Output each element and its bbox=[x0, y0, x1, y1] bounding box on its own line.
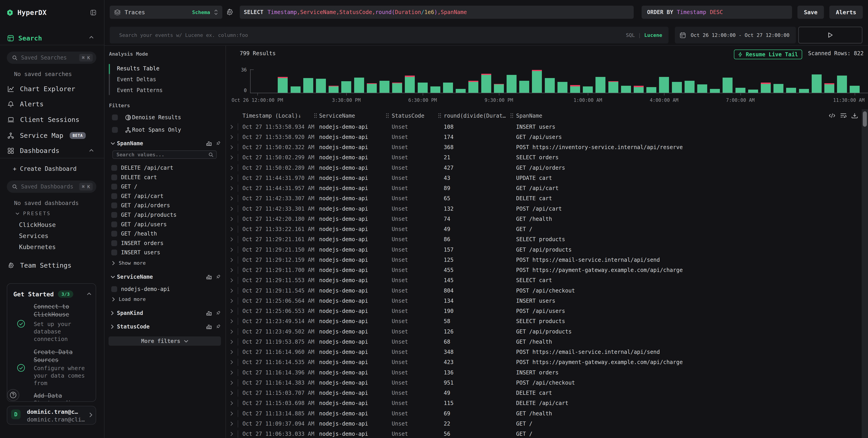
filter-option-spanname[interactable]: INSERT orders bbox=[111, 240, 163, 246]
row-expand-chevron-icon[interactable] bbox=[230, 166, 233, 170]
table-row[interactable]: Oct 27 11:29:21.161 AM nodejs-demo-api U… bbox=[226, 234, 868, 244]
get-started-item-title[interactable]: Add Data bbox=[34, 392, 62, 400]
pin-icon[interactable] bbox=[216, 310, 221, 316]
filter-option-spanname[interactable]: INSERT users bbox=[111, 249, 160, 256]
row-expand-chevron-icon[interactable] bbox=[230, 268, 233, 272]
analysis-mode-option[interactable]: Event Deltas bbox=[117, 76, 156, 83]
table-row[interactable]: Oct 27 11:23:49.502 AM nodejs-demo-api U… bbox=[226, 326, 868, 337]
histogram-bar[interactable] bbox=[443, 83, 453, 93]
row-expand-chevron-icon[interactable] bbox=[230, 186, 233, 191]
table-row[interactable]: Oct 27 11:29:11.545 AM nodejs-demo-api U… bbox=[226, 286, 868, 296]
filter-option-spanname[interactable]: GET /api/cart bbox=[111, 193, 163, 199]
row-expand-chevron-icon[interactable] bbox=[230, 299, 233, 303]
row-expand-chevron-icon[interactable] bbox=[230, 340, 233, 344]
checkbox[interactable] bbox=[111, 212, 117, 218]
vertical-scrollbar[interactable] bbox=[862, 109, 868, 438]
sidebar-item-dashboards[interactable]: Dashboards bbox=[7, 147, 60, 154]
pin-icon[interactable] bbox=[216, 324, 221, 329]
table-row[interactable]: Oct 27 11:42:20.180 AM nodejs-demo-api U… bbox=[226, 214, 868, 224]
checkbox[interactable] bbox=[111, 174, 117, 180]
group-header-servicename[interactable]: ServiceName bbox=[111, 274, 153, 280]
row-expand-chevron-icon[interactable] bbox=[230, 237, 233, 242]
drag-handle-icon[interactable] bbox=[510, 113, 514, 118]
checkbox[interactable] bbox=[111, 286, 117, 292]
row-expand-chevron-icon[interactable] bbox=[230, 309, 233, 313]
histogram-bar[interactable] bbox=[621, 86, 631, 93]
table-row[interactable]: Oct 27 11:29:11.553 AM nodejs-demo-api U… bbox=[226, 275, 868, 286]
histogram-bar[interactable] bbox=[545, 78, 555, 93]
row-expand-chevron-icon[interactable] bbox=[230, 207, 233, 211]
histogram-bar[interactable] bbox=[646, 87, 656, 93]
histogram-bar[interactable] bbox=[481, 74, 491, 93]
filter-option-spanname[interactable]: GET /api/users bbox=[111, 221, 167, 228]
denoise-results-toggle[interactable]: Denoise Results bbox=[112, 114, 181, 121]
checkbox[interactable] bbox=[111, 193, 117, 199]
sidebar-item-client-sessions[interactable]: Client Sessions bbox=[7, 116, 80, 123]
sidebar-item-service-map[interactable]: Service Map BETA bbox=[7, 132, 86, 139]
chevron-up-icon[interactable] bbox=[89, 36, 94, 39]
column-header-servicename[interactable]: ServiceName bbox=[319, 111, 355, 121]
row-expand-chevron-icon[interactable] bbox=[230, 391, 233, 395]
drag-handle-icon[interactable] bbox=[314, 113, 317, 118]
sidebar-collapse-icon[interactable] bbox=[90, 10, 96, 16]
show-more-link[interactable]: Show more bbox=[112, 260, 146, 266]
query-language-toggle[interactable]: SQL|Lucene bbox=[626, 32, 662, 38]
table-row[interactable]: Oct 27 11:29:12.159 AM nodejs-demo-api U… bbox=[226, 255, 868, 265]
group-header-spankind[interactable]: SpanKind bbox=[111, 310, 143, 316]
column-header-duration[interactable]: round(divide(Durat… bbox=[444, 111, 506, 121]
checkbox[interactable] bbox=[112, 115, 118, 120]
column-header-spanname[interactable]: SpanName bbox=[516, 111, 542, 121]
table-row[interactable]: Oct 27 11:16:14.960 AM nodejs-demo-api U… bbox=[226, 347, 868, 357]
histogram-bar[interactable] bbox=[303, 78, 313, 93]
checkbox[interactable] bbox=[111, 231, 117, 237]
histogram-bar[interactable] bbox=[405, 76, 415, 93]
histogram-bar[interactable] bbox=[392, 83, 402, 93]
filter-option-spanname[interactable]: GET / bbox=[111, 183, 137, 190]
table-row[interactable]: Oct 27 11:25:06.553 AM nodejs-demo-api U… bbox=[226, 306, 868, 316]
row-expand-chevron-icon[interactable] bbox=[230, 432, 233, 436]
more-filters-button[interactable]: More filters bbox=[108, 337, 221, 346]
filter-option-spanname[interactable]: GET /health bbox=[111, 231, 157, 237]
row-expand-chevron-icon[interactable] bbox=[230, 360, 233, 364]
chevron-up-icon[interactable] bbox=[89, 149, 94, 152]
checkbox[interactable] bbox=[111, 184, 117, 189]
histogram-bar[interactable] bbox=[659, 77, 669, 93]
get-started-item-title[interactable]: Connect toClickHouse bbox=[34, 303, 69, 319]
presets-toggle[interactable]: PRESETS bbox=[16, 211, 51, 216]
row-expand-chevron-icon[interactable] bbox=[230, 278, 233, 283]
source-settings-gear-icon[interactable] bbox=[226, 8, 234, 16]
row-expand-chevron-icon[interactable] bbox=[230, 411, 233, 416]
row-expand-chevron-icon[interactable] bbox=[230, 145, 233, 150]
table-row[interactable]: Oct 27 11:44:31.970 AM nodejs-demo-api U… bbox=[226, 173, 868, 183]
filter-option-servicename[interactable]: nodejs-demo-api bbox=[111, 286, 170, 292]
histogram-bar[interactable] bbox=[634, 86, 644, 93]
row-expand-chevron-icon[interactable] bbox=[230, 155, 233, 160]
row-expand-chevron-icon[interactable] bbox=[230, 258, 233, 262]
table-row[interactable]: Oct 27 11:16:14.535 AM nodejs-demo-api U… bbox=[226, 357, 868, 368]
table-row[interactable]: Oct 27 11:06:33.033 AM nodejs-demo-api U… bbox=[226, 429, 868, 438]
chart-icon[interactable] bbox=[206, 274, 212, 280]
table-row[interactable]: Oct 27 11:29:21.150 AM nodejs-demo-api U… bbox=[226, 244, 868, 255]
sql-select-input[interactable]: SELECT Timestamp,ServiceName,StatusCode,… bbox=[240, 6, 634, 19]
sidebar-item-chart-explorer[interactable]: Chart Explorer bbox=[7, 85, 75, 93]
table-row[interactable]: Oct 27 11:19:53.875 AM nodejs-demo-api U… bbox=[226, 337, 868, 347]
table-row[interactable]: Oct 27 11:53:58.934 AM nodejs-demo-api U… bbox=[226, 122, 868, 132]
event-search-input[interactable]: Search your events w/ Lucene ex. column:… bbox=[110, 27, 669, 43]
histogram-bar[interactable] bbox=[722, 78, 733, 93]
code-icon[interactable] bbox=[829, 112, 835, 119]
histogram-bar[interactable] bbox=[672, 82, 682, 93]
table-row[interactable]: Oct 27 11:42:33.301 AM nodejs-demo-api U… bbox=[226, 204, 868, 214]
histogram-bar[interactable] bbox=[812, 75, 822, 93]
column-header-statuscode[interactable]: StatusCode bbox=[392, 111, 425, 121]
histogram-bar[interactable] bbox=[290, 86, 301, 93]
table-row[interactable]: Oct 27 11:09:37.094 AM nodejs-demo-api U… bbox=[226, 418, 868, 429]
table-row[interactable]: Oct 27 11:29:11.700 AM nodejs-demo-api U… bbox=[226, 265, 868, 275]
histogram-bar[interactable] bbox=[329, 86, 339, 93]
histogram-bar[interactable] bbox=[506, 75, 517, 93]
filter-option-spanname[interactable]: GET /api/products bbox=[111, 212, 177, 218]
row-expand-chevron-icon[interactable] bbox=[230, 288, 233, 293]
table-row[interactable]: Oct 27 11:42:33.307 AM nodejs-demo-api U… bbox=[226, 194, 868, 204]
histogram-bar[interactable] bbox=[824, 83, 834, 93]
chart-icon[interactable] bbox=[206, 324, 212, 329]
pin-icon[interactable] bbox=[216, 274, 221, 280]
